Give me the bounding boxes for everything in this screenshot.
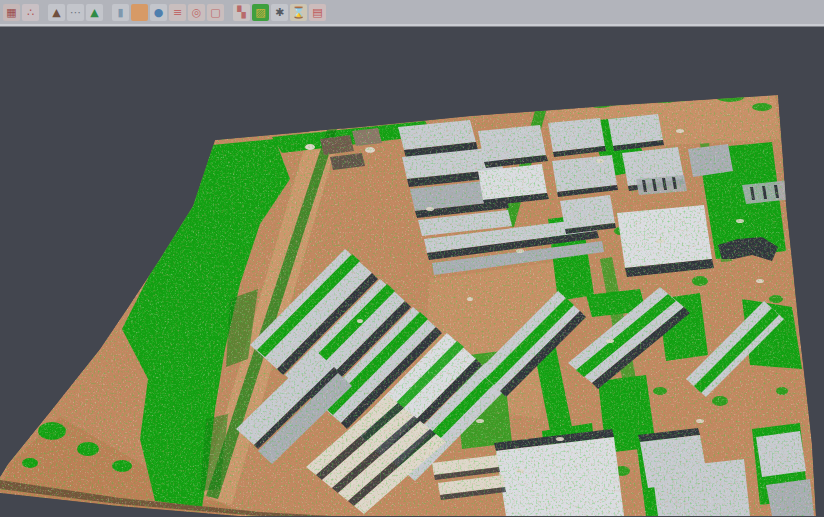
ortho-tile-icon[interactable]	[131, 4, 148, 21]
vegetation-hill-icon[interactable]: ▲	[86, 4, 103, 21]
selection-box-icon[interactable]: ▢	[207, 4, 224, 21]
terrain-mesh-icon[interactable]: ▲	[48, 4, 65, 21]
globe-icon[interactable]: ●	[150, 4, 167, 21]
classification-palette-icon[interactable]: ▦	[3, 4, 20, 21]
classified-map-icon[interactable]: ▨	[252, 4, 269, 21]
toolbar-separator	[104, 0, 111, 24]
app-window: ▦∴▲⋯▲▮●≡◎▢▚▨✱⌛▤	[0, 0, 824, 517]
side-panel-icon[interactable]: ▮	[112, 4, 129, 21]
toolbar-separator	[40, 0, 47, 24]
target-ring-icon[interactable]: ◎	[188, 4, 205, 21]
point-pairs-icon[interactable]: ∴	[22, 4, 39, 21]
flag-stripes-icon[interactable]: ▤	[309, 4, 326, 21]
point-cloud-render[interactable]	[0, 27, 824, 516]
hourglass-icon[interactable]: ⌛	[290, 4, 307, 21]
point-cloud-icon[interactable]: ⋯	[67, 4, 84, 21]
layers-icon[interactable]: ≡	[169, 4, 186, 21]
checkerboard-icon[interactable]: ▚	[233, 4, 250, 21]
toolbar: ▦∴▲⋯▲▮●≡◎▢▚▨✱⌛▤	[0, 0, 824, 26]
3d-viewport[interactable]	[0, 26, 824, 517]
dark-wheel-icon[interactable]: ✱	[271, 4, 288, 21]
toolbar-separator	[225, 0, 232, 24]
